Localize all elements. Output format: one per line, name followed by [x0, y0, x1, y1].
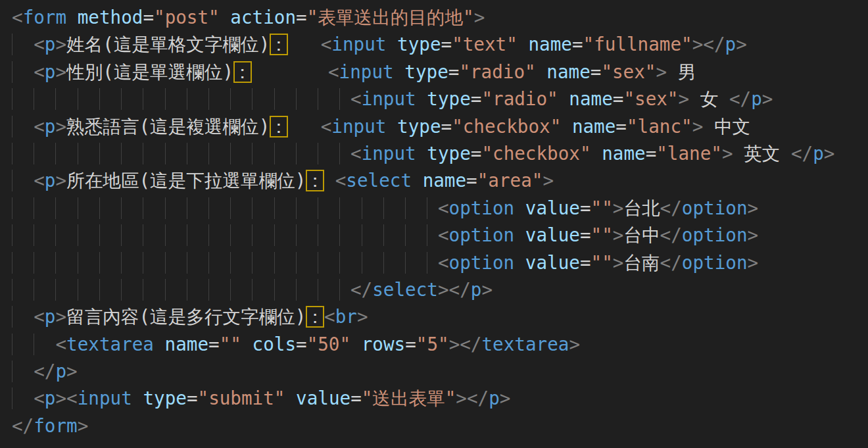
code-token: 男 [667, 61, 696, 83]
unicode-highlight-colon: ： [306, 306, 324, 328]
code-line[interactable]: <p>所在地區(這是下拉選單欄位)： <select name="area"> [12, 167, 868, 194]
code-token: = [580, 224, 591, 246]
code-token: > [438, 279, 449, 301]
code-token: p [45, 387, 56, 409]
code-token: name [423, 170, 466, 191]
code-token: = [572, 34, 583, 55]
code-line[interactable]: <option value="">台北</option> [12, 195, 868, 222]
indent-guides [12, 334, 55, 355]
code-line[interactable]: <p>性別(這是單選欄位)： <input type="radio" name=… [12, 59, 868, 86]
code-token: < [34, 170, 45, 191]
code-token: "sex" [623, 88, 678, 110]
code-line[interactable]: <form method="post" action="表單送出的目的地"> [12, 4, 868, 31]
code-token: = [350, 387, 362, 409]
code-token: 台南 [623, 252, 660, 274]
unicode-highlight-colon: ： [270, 116, 288, 137]
code-token: > [613, 252, 624, 274]
code-token: > [55, 34, 66, 55]
code-token: </ [703, 34, 725, 55]
code-token: </ [660, 224, 682, 246]
code-token [386, 34, 397, 55]
code-token: "checkbox" [452, 116, 561, 137]
code-token: 所在地區(這是下拉選單欄位) [66, 170, 306, 191]
code-line[interactable]: <p>熟悉語言(這是複選欄位)： <input type="checkbox" … [12, 113, 868, 140]
indent-guides [12, 170, 34, 191]
code-line[interactable]: <input type="checkbox" name="lane"> 英文 <… [12, 140, 868, 167]
code-token: = [296, 7, 307, 28]
code-token: = [646, 143, 657, 164]
code-line[interactable]: </p> [12, 358, 868, 385]
code-token: rows [362, 334, 405, 355]
code-token: = [143, 7, 154, 28]
code-token: = [405, 334, 416, 355]
code-token: "5" [416, 334, 449, 355]
code-token: < [321, 34, 332, 55]
code-token: input [339, 61, 394, 83]
code-line[interactable]: <textarea name="" cols="50" rows="5"></t… [12, 331, 868, 358]
indent-guides [12, 197, 438, 219]
code-token: 姓名(這是單格文字欄位) [66, 34, 270, 55]
indent-guides [12, 116, 34, 137]
code-token [514, 252, 525, 274]
code-token: < [335, 170, 347, 191]
code-token: value [525, 252, 580, 274]
code-token: p [55, 361, 66, 382]
indent-guides [12, 252, 438, 274]
code-token: type [427, 143, 470, 164]
code-token [386, 116, 397, 137]
code-token: p [489, 387, 500, 409]
code-token: "送出表單" [362, 387, 456, 409]
code-token: </ [12, 415, 34, 437]
code-token: input [362, 88, 416, 110]
code-token: select [346, 170, 412, 191]
code-line[interactable]: </form> [12, 412, 868, 439]
code-token: "fullname" [583, 34, 692, 55]
code-line[interactable]: </select></p> [12, 276, 868, 303]
code-token: name [165, 334, 208, 355]
code-token: p [45, 306, 56, 328]
code-token: name [528, 34, 571, 55]
code-token: = [466, 170, 477, 191]
code-token: p [45, 170, 56, 191]
indent-guides [12, 306, 34, 328]
code-line[interactable]: <p>姓名(這是單格文字欄位)： <input type="text" name… [12, 31, 868, 58]
code-token: 英文 [733, 143, 791, 164]
code-token: = [615, 116, 627, 137]
code-line[interactable]: <p><input type="submit" value="送出表單"></p… [12, 385, 868, 412]
code-token: < [438, 197, 449, 219]
code-token: value [296, 387, 350, 409]
code-token [518, 34, 529, 55]
code-token: "checkbox" [481, 143, 591, 164]
code-token: "" [220, 334, 241, 355]
code-token: > [78, 415, 89, 437]
code-token: name [572, 116, 615, 137]
code-token: < [12, 7, 23, 28]
code-token [416, 88, 427, 110]
code-token: < [328, 61, 339, 83]
code-token: p [45, 116, 56, 137]
code-token: > [66, 361, 78, 382]
code-token: textarea [481, 334, 569, 355]
code-token: option [449, 252, 515, 274]
code-line[interactable]: <option value="">台中</option> [12, 222, 868, 249]
code-token: "" [591, 252, 613, 274]
code-token: > [55, 306, 66, 328]
code-token: textarea [66, 334, 154, 355]
code-token: value [525, 224, 580, 246]
code-token: > [692, 116, 704, 137]
code-token: input [78, 387, 132, 409]
code-token: = [441, 34, 452, 55]
code-token: = [471, 88, 482, 110]
code-token: "area" [477, 170, 543, 191]
code-token: = [448, 61, 460, 83]
code-token: > [481, 279, 493, 301]
code-line[interactable]: <p>留言內容(這是多行文字欄位)：<br> [12, 303, 868, 330]
code-token: > [449, 334, 460, 355]
code-token: < [321, 116, 332, 137]
code-line[interactable]: <input type="radio" name="sex"> 女 </p> [12, 86, 868, 112]
code-token: "radio" [481, 88, 558, 110]
code-area[interactable]: <form method="post" action="表單送出的目的地"> <… [0, 0, 868, 439]
editor-pane[interactable]: <form method="post" action="表單送出的目的地"> <… [0, 0, 868, 448]
indent-guides [12, 88, 350, 110]
code-line[interactable]: <option value="">台南</option> [12, 249, 868, 276]
